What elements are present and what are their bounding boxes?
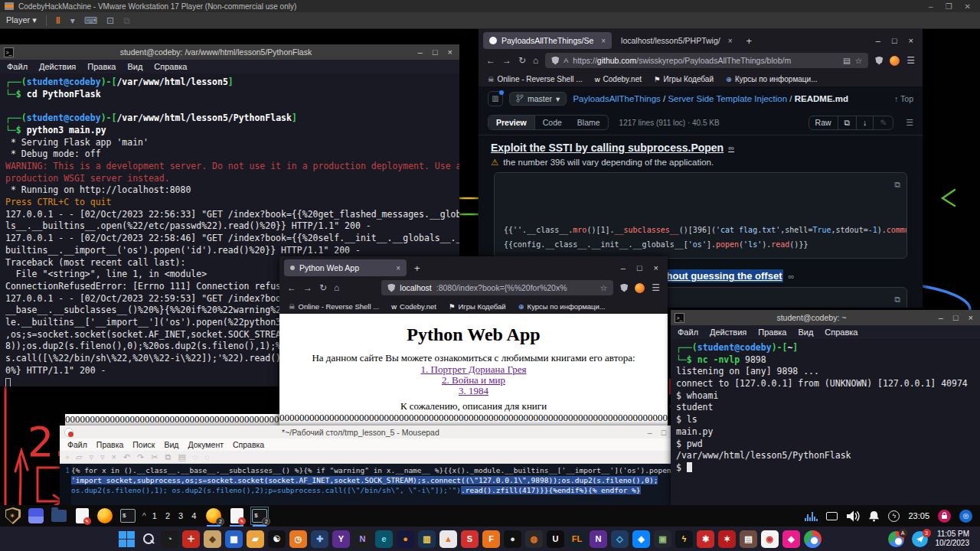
reload-icon[interactable]: ↻ (518, 55, 526, 66)
volume-icon[interactable] (846, 510, 860, 522)
tab-code[interactable]: Code (535, 116, 570, 129)
close-button[interactable]: × (969, 313, 973, 322)
tracking-protection-icon[interactable] (875, 57, 883, 65)
taskbar-app-icon[interactable]: ✶ (718, 530, 736, 548)
close-button[interactable]: × (909, 36, 913, 45)
copy-code-icon[interactable]: ⧉ (894, 178, 900, 192)
reload-icon[interactable]: ↻ (319, 282, 327, 293)
taskbar-app-icon[interactable]: ▣ (654, 530, 671, 548)
open-terminal-window-icon[interactable]: $ 2 (251, 507, 268, 524)
taskbar-app-icon[interactable]: N (354, 530, 371, 548)
taskbar-app-icon[interactable]: ◇ (611, 530, 629, 548)
menu-item[interactable]: Правка (758, 328, 786, 337)
back-to-top-link[interactable]: ↑ Top (894, 94, 913, 103)
back-icon[interactable]: ← (486, 55, 495, 66)
bookmark-item[interactable]: ☠Online - Reverse Shell ... (289, 302, 379, 311)
taskbar-app-icon[interactable]: F (482, 530, 500, 548)
bookmark-item[interactable]: ⊕Курсы по информаци... (518, 302, 606, 311)
taskbar-app-icon[interactable]: ● (504, 530, 521, 548)
power-manager-icon[interactable]: ϟ (888, 510, 900, 522)
taskbar-app-icon[interactable]: ▲ (439, 530, 457, 548)
taskbar-app-icon[interactable]: Y (332, 530, 350, 548)
search-replace-icon[interactable]: ◌ (204, 452, 210, 461)
save-as-icon[interactable]: ▿ (100, 452, 105, 462)
menu-item[interactable]: Файл (67, 440, 87, 449)
tab-localhost-phptwig[interactable]: localhost/lesson5/PHPTwig/ × (615, 32, 738, 49)
copy-raw-icon[interactable]: ⧉ (838, 116, 858, 129)
telegram-tray-icon[interactable]: 3 (912, 531, 928, 547)
raw-button[interactable]: Raw (809, 116, 838, 129)
close-file-icon[interactable]: × (111, 452, 116, 461)
new-file-icon[interactable]: ▫ (66, 452, 69, 461)
url-bar[interactable]: localhost:8080/index?book={%%20for%20x% … (381, 280, 613, 295)
tab-python-web-app[interactable]: Python Web App × (284, 259, 407, 276)
taskbar-app-icon[interactable]: FL (568, 530, 586, 548)
menu-item[interactable]: Справка (825, 328, 858, 337)
search-icon[interactable]: ◌ (193, 452, 198, 461)
maximize-button[interactable]: □ (637, 263, 642, 272)
firefox-launcher-icon[interactable] (96, 507, 113, 524)
taskbar-app-icon[interactable]: ◔ (161, 530, 178, 548)
menu-item[interactable]: Поиск (132, 440, 155, 449)
minimize-button[interactable]: – (876, 36, 880, 45)
tab-close-icon[interactable]: × (728, 37, 733, 45)
taskbar-app-icon[interactable]: e (375, 530, 393, 548)
menu-item[interactable]: Файл (678, 328, 698, 337)
code-block-subprocess[interactable]: ⧉ {{''.__class__.mro()[1].__subclasses__… (494, 172, 907, 259)
taskbar-app-icon[interactable]: ● (397, 530, 414, 548)
tab-close-icon[interactable]: × (396, 264, 400, 272)
taskbar-app-icon[interactable]: ✱ (697, 530, 714, 548)
network-vpn-icon[interactable]: ◎ (959, 510, 972, 523)
download-icon[interactable]: ↓ (857, 116, 874, 129)
taskbar-app-icon[interactable]: ▰ (247, 530, 264, 548)
windows-start-icon[interactable] (118, 530, 136, 548)
minimize-button[interactable]: – (621, 263, 626, 272)
maximize-button[interactable]: □ (953, 313, 959, 322)
minimize-button[interactable]: – (939, 313, 943, 322)
book-link-1[interactable]: 1. Портрет Дориана Грея (279, 364, 668, 375)
bookmark-item[interactable]: ⊕Курсы по информаци... (726, 75, 818, 83)
screen-lock-icon[interactable] (938, 510, 951, 523)
undo-icon[interactable]: ↶ (123, 452, 130, 462)
taskbar-app-icon[interactable]: U (547, 530, 564, 548)
chrome-icon[interactable] (804, 530, 822, 548)
menu-item[interactable]: Правка (96, 440, 123, 449)
vm-start-menu-icon[interactable]: ✶ (5, 507, 21, 524)
save-icon[interactable]: ▿ (89, 452, 93, 462)
menu-item[interactable]: Действия (710, 328, 746, 337)
chrome-tray-icon[interactable]: A (888, 531, 904, 547)
taskbar-app-icon[interactable]: ☯ (268, 530, 286, 548)
home-icon[interactable]: ⌂ (334, 282, 339, 293)
new-tab-button[interactable]: + (746, 35, 753, 47)
taskbar-app-icon[interactable]: ◷ (289, 530, 307, 548)
taskbar-app-icon[interactable]: ◉ (761, 530, 779, 548)
reader-view-icon[interactable]: ▤ (843, 56, 851, 65)
cut-icon[interactable]: ✂ (151, 452, 158, 462)
tab-close-icon[interactable]: × (601, 37, 606, 45)
bookmark-item[interactable]: ☠Online - Reverse Shell ... (488, 75, 583, 83)
bookmark-item[interactable]: wCodeby.net (391, 302, 436, 311)
terminal-launcher-icon[interactable]: $ (119, 507, 136, 524)
mousepad-launcher-icon[interactable] (74, 507, 90, 524)
taskbar-app-icon[interactable]: S (461, 530, 479, 548)
url-bar[interactable]: A https://github.com/swisskyrepo/Payload… (545, 53, 868, 68)
tab-payloadsallthethings[interactable]: PayloadsAllTheThings/Se × (483, 32, 612, 49)
taskbar-app-icon[interactable]: ◆ (204, 530, 221, 548)
close-button[interactable]: × (448, 47, 452, 57)
pause-dropdown-icon[interactable]: ▾ (70, 15, 75, 26)
pause-vm-button[interactable]: ‖ (56, 15, 61, 26)
forward-icon[interactable]: → (303, 282, 312, 293)
minimize-button[interactable]: – (648, 428, 652, 437)
windows-search-icon[interactable] (139, 530, 157, 548)
show-desktop-icon[interactable] (28, 507, 44, 524)
vmware-minimize-button[interactable]: – (929, 2, 933, 11)
menu-item[interactable]: Справка (233, 440, 264, 449)
heading-link-icon[interactable]: ∞ (728, 143, 734, 152)
player-menu-button[interactable]: Player ▾ (6, 15, 37, 25)
back-icon[interactable]: ← (287, 282, 296, 293)
send-ctrl-alt-del-icon[interactable]: ⌨ (84, 15, 97, 26)
menu-item[interactable]: Вид (798, 328, 813, 337)
bookmark-item[interactable]: wCodeby.net (595, 75, 642, 83)
taskbar-app-icon[interactable]: ◆ (782, 530, 800, 548)
menu-item[interactable]: Документ (188, 440, 224, 449)
